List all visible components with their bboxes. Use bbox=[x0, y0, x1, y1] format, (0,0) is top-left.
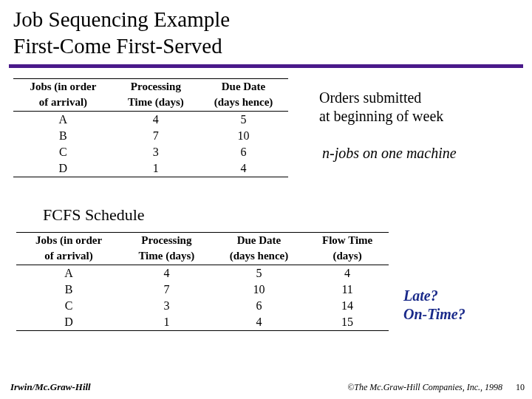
title-line-1: Job Sequencing Example bbox=[13, 6, 519, 33]
t2-h3a: Flow Time bbox=[306, 233, 389, 249]
footer-right: ©The Mc.Graw-Hill Companies, Inc., 1998 bbox=[347, 382, 502, 393]
cell: 7 bbox=[121, 282, 212, 298]
cell: 3 bbox=[121, 298, 212, 314]
jobs-table-1: Jobs (in order Processing Due Date of ar… bbox=[13, 78, 288, 177]
cell: D bbox=[16, 314, 121, 331]
late-ontime-caption: Late? On-Time? bbox=[403, 287, 466, 324]
cell: 11 bbox=[306, 282, 389, 298]
cell: 5 bbox=[199, 111, 288, 128]
table-row: A45 bbox=[13, 111, 288, 128]
cell: D bbox=[13, 160, 113, 177]
table-row: B71011 bbox=[16, 282, 389, 298]
cell: 4 bbox=[121, 265, 212, 282]
cell: 10 bbox=[199, 128, 288, 144]
cell: 14 bbox=[306, 298, 389, 314]
orders-caption: Orders submitted at beginning of week bbox=[319, 89, 443, 126]
jobs-table-2: Jobs (in order Processing Due Date Flow … bbox=[16, 232, 389, 331]
t1-h0b: of arrival) bbox=[13, 95, 113, 111]
table-row: A454 bbox=[16, 265, 389, 282]
late-line2: On-Time? bbox=[403, 305, 466, 324]
t2-h1a: Processing bbox=[121, 233, 212, 249]
cell: 10 bbox=[212, 282, 307, 298]
slide-title: Job Sequencing Example First-Come First-… bbox=[0, 0, 532, 63]
table-row: C36 bbox=[13, 144, 288, 160]
cell: 6 bbox=[199, 144, 288, 160]
footer-left: Irwin/Mc.Graw-Hill bbox=[10, 381, 91, 393]
t2-h2b: (days hence) bbox=[212, 248, 307, 265]
t2-h1b: Time (days) bbox=[121, 248, 212, 265]
cell: B bbox=[16, 282, 121, 298]
cell: 5 bbox=[212, 265, 307, 282]
t1-h1b: Time (days) bbox=[113, 95, 199, 111]
late-line1: Late? bbox=[403, 287, 466, 305]
cell: A bbox=[13, 111, 113, 128]
table-row: D14 bbox=[13, 160, 288, 177]
cell: C bbox=[13, 144, 113, 160]
cell: C bbox=[16, 298, 121, 314]
t2-h0a: Jobs (in order bbox=[16, 233, 121, 249]
cell: 4 bbox=[212, 314, 307, 331]
cell: 4 bbox=[113, 111, 199, 128]
t2-h0b: of arrival) bbox=[16, 248, 121, 265]
cell: 1 bbox=[121, 314, 212, 331]
t2-h3b: (days) bbox=[306, 248, 389, 265]
title-underline bbox=[9, 64, 523, 68]
table-row: C3614 bbox=[16, 298, 389, 314]
t1-h2b: (days hence) bbox=[199, 95, 288, 111]
title-line-2: First-Come First-Served bbox=[13, 33, 519, 59]
njobs-caption: n-jobs on one machine bbox=[322, 145, 457, 162]
page-number: 10 bbox=[516, 382, 525, 393]
cell: 4 bbox=[306, 265, 389, 282]
fcfs-subheading: FCFS Schedule bbox=[43, 205, 145, 225]
t1-h0a: Jobs (in order bbox=[13, 79, 113, 95]
cell: 3 bbox=[113, 144, 199, 160]
cell: 1 bbox=[113, 160, 199, 177]
orders-caption-l2: at beginning of week bbox=[319, 107, 443, 126]
cell: B bbox=[13, 128, 113, 144]
t1-h2a: Due Date bbox=[199, 79, 288, 95]
cell: 15 bbox=[306, 314, 389, 331]
t2-h2a: Due Date bbox=[212, 233, 307, 249]
orders-caption-l1: Orders submitted bbox=[319, 89, 443, 107]
t1-h1a: Processing bbox=[113, 79, 199, 95]
table-row: D1415 bbox=[16, 314, 389, 331]
cell: 6 bbox=[212, 298, 307, 314]
cell: 7 bbox=[113, 128, 199, 144]
table-row: B710 bbox=[13, 128, 288, 144]
cell: 4 bbox=[199, 160, 288, 177]
cell: A bbox=[16, 265, 121, 282]
